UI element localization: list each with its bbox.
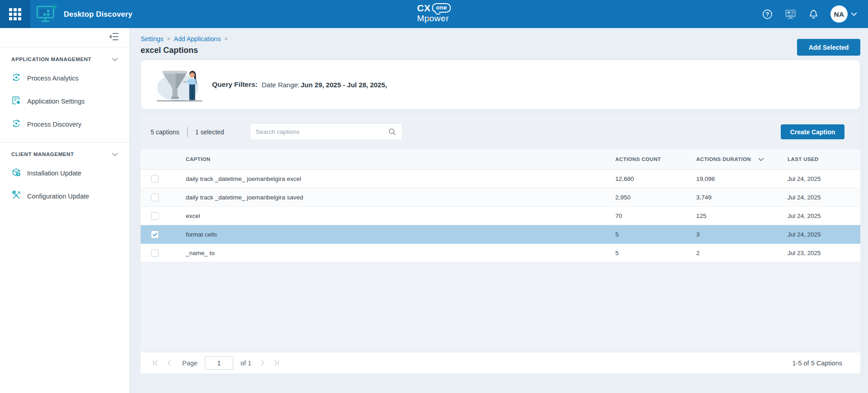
captions-panel: 5 captions 1 selected Create Caption CAP… — [141, 114, 860, 374]
next-page-icon[interactable] — [259, 359, 266, 367]
row-checkbox[interactable] — [151, 194, 159, 201]
pagination-bar: Page of 1 1-5 of 5 Captions — [141, 352, 860, 374]
toolbar-divider — [187, 127, 188, 137]
robot-face-accent — [428, 18, 430, 19]
section-application-management[interactable]: APPLICATION MANAGEMENT — [0, 47, 129, 66]
table-row[interactable]: daily track _datetime_ joemaribelgira sa… — [141, 188, 860, 207]
actions-count-cell: 12,680 — [615, 175, 696, 182]
row-checkbox[interactable] — [151, 231, 159, 238]
results-range-label: 1-5 of 5 Captions — [793, 360, 842, 367]
breadcrumb-separator: > — [167, 35, 170, 43]
last-page-icon[interactable] — [273, 359, 280, 367]
row-checkbox[interactable] — [151, 249, 159, 257]
top-bar: Desktop Discovery CX one Mpower ? NA — [0, 0, 868, 28]
page-title: excel Captions — [141, 46, 227, 55]
actions-count-cell: 2,950 — [615, 194, 696, 201]
breadcrumb: Settings > Add Applications > — [141, 35, 227, 43]
app-launcher-button[interactable] — [0, 0, 30, 28]
query-filters-label: Query Filters: — [212, 80, 258, 89]
sidebar-item-installation-update[interactable]: Installation Update — [0, 161, 129, 185]
search-box[interactable] — [250, 123, 402, 140]
user-menu-chevron-down-icon — [851, 12, 857, 16]
brand: Desktop Discovery — [36, 3, 132, 25]
app-title: Desktop Discovery — [64, 10, 132, 19]
avatar[interactable]: NA — [830, 5, 848, 23]
caption-cell: excel — [186, 213, 615, 219]
page-label: Page — [182, 360, 198, 367]
actions-duration-cell: 3 — [696, 231, 788, 238]
application-settings-icon — [11, 95, 21, 107]
actions-count-cell: 5 — [615, 250, 696, 256]
last-used-cell: Jul 24, 2025 — [788, 175, 849, 182]
last-used-cell: Jul 24, 2025 — [788, 194, 849, 201]
table-row[interactable]: _name_ to 5 2 Jul 23, 2025 — [141, 244, 860, 262]
search-icon[interactable] — [388, 128, 396, 136]
query-filters-card: Query Filters: Date Range: Jun 29, 2025 … — [141, 60, 860, 109]
desktop-discovery-logo-icon — [36, 3, 58, 25]
cxone-mpower-logo: CX one Mpower — [417, 3, 451, 23]
main-content: Settings > Add Applications > excel Capt… — [130, 28, 868, 393]
table-row[interactable]: excel 70 125 Jul 24, 2025 — [141, 207, 860, 225]
actions-duration-cell: 3,749 — [696, 194, 788, 201]
app-launcher-grid-icon — [9, 8, 21, 20]
captions-count: 5 captions — [151, 128, 179, 136]
collapse-sidebar-icon[interactable] — [108, 32, 119, 43]
last-used-cell: Jul 24, 2025 — [788, 231, 849, 238]
actions-count-cell: 70 — [615, 213, 696, 219]
user-menu[interactable]: NA — [830, 5, 857, 23]
search-input[interactable] — [256, 128, 388, 135]
breadcrumb-settings[interactable]: Settings — [141, 35, 164, 43]
process-analytics-icon — [11, 72, 21, 84]
process-discovery-icon — [11, 118, 21, 130]
actions-duration-cell: 2 — [696, 250, 788, 256]
caption-cell: daily track _datetime_ joemaribelgira ex… — [186, 175, 615, 182]
page-of-label: of 1 — [241, 360, 251, 367]
table-empty-space — [141, 262, 860, 352]
table-header-row: CAPTION ACTIONS COUNT ACTIONS DURATION L… — [141, 149, 860, 170]
column-header-actions-duration[interactable]: ACTIONS DURATION — [696, 156, 788, 162]
previous-page-icon[interactable] — [165, 359, 173, 367]
last-used-cell: Jul 23, 2025 — [788, 250, 849, 256]
sidebar-item-application-settings[interactable]: Application Settings — [0, 90, 129, 113]
row-checkbox[interactable] — [151, 212, 159, 220]
help-icon[interactable]: ? — [762, 9, 773, 20]
date-range-label: Date Range: — [262, 81, 300, 89]
section-client-management[interactable]: CLIENT MANAGEMENT — [0, 142, 129, 161]
add-selected-button[interactable]: Add Selected — [797, 39, 860, 56]
table-row[interactable]: format cells 5 3 Jul 24, 2025 — [141, 225, 860, 244]
create-caption-button[interactable]: Create Caption — [781, 124, 844, 139]
caption-cell: daily track _datetime_ joemaribelgira sa… — [186, 194, 615, 201]
first-page-icon[interactable] — [151, 359, 159, 367]
last-used-cell: Jul 24, 2025 — [788, 213, 849, 219]
captions-toolbar: 5 captions 1 selected Create Caption — [141, 114, 860, 149]
sidebar-item-configuration-update[interactable]: Configuration Update — [0, 185, 129, 208]
sidebar: APPLICATION MANAGEMENT Process Analytics… — [0, 28, 130, 393]
funnel-illustration — [156, 64, 203, 105]
date-range-value: Jun 29, 2025 - Jul 28, 2025, — [301, 81, 387, 89]
installation-update-icon — [11, 167, 21, 179]
caption-cell: format cells — [186, 231, 615, 238]
actions-duration-cell: 125 — [696, 213, 788, 219]
page-number-input[interactable] — [205, 356, 233, 370]
breadcrumb-separator: > — [224, 35, 227, 43]
row-checkbox[interactable] — [151, 175, 159, 183]
column-header-last-used[interactable]: LAST USED — [788, 156, 849, 162]
caption-cell: _name_ to — [186, 250, 615, 256]
selected-count: 1 selected — [195, 128, 224, 136]
table-row[interactable]: daily track _datetime_ joemaribelgira ex… — [141, 170, 860, 188]
sort-chevron-down-icon — [758, 157, 764, 161]
sidebar-item-process-analytics[interactable]: Process Analytics — [0, 66, 129, 90]
sidebar-item-process-discovery[interactable]: Process Discovery — [0, 113, 129, 136]
section-chevron-down-icon — [112, 152, 118, 156]
column-header-caption[interactable]: CAPTION — [186, 156, 615, 162]
notifications-bell-icon[interactable] — [808, 9, 819, 20]
column-header-actions-count[interactable]: ACTIONS COUNT — [615, 156, 696, 162]
actions-duration-cell: 19,098 — [696, 175, 788, 182]
presentation-icon[interactable] — [784, 8, 797, 20]
configuration-update-icon — [11, 190, 21, 202]
actions-count-cell: 5 — [615, 231, 696, 238]
svg-text:?: ? — [766, 10, 769, 17]
section-chevron-down-icon — [112, 57, 118, 62]
breadcrumb-add-applications[interactable]: Add Applications — [174, 35, 221, 43]
